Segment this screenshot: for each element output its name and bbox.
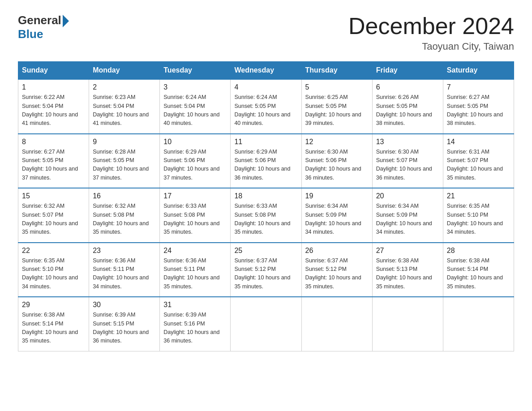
table-row: 29 Sunrise: 6:38 AMSunset: 5:14 PMDaylig… [18, 297, 89, 351]
day-number: 22 [22, 247, 85, 255]
day-info: Sunrise: 6:34 AMSunset: 5:09 PMDaylight:… [376, 202, 439, 237]
calendar-header-row: Sunday Monday Tuesday Wednesday Thursday… [18, 62, 514, 80]
table-row: 31 Sunrise: 6:39 AMSunset: 5:16 PMDaylig… [160, 297, 231, 351]
calendar-week-row: 1 Sunrise: 6:22 AMSunset: 5:04 PMDayligh… [18, 79, 514, 134]
table-row: 8 Sunrise: 6:27 AMSunset: 5:05 PMDayligh… [18, 134, 89, 188]
day-info: Sunrise: 6:37 AMSunset: 5:12 PMDaylight:… [234, 257, 297, 291]
table-row: 9 Sunrise: 6:28 AMSunset: 5:05 PMDayligh… [89, 134, 160, 188]
day-number: 5 [305, 83, 369, 91]
calendar-week-row: 22 Sunrise: 6:35 AMSunset: 5:10 PMDaylig… [18, 243, 514, 297]
day-info: Sunrise: 6:32 AMSunset: 5:08 PMDaylight:… [93, 202, 156, 237]
table-row: 30 Sunrise: 6:39 AMSunset: 5:15 PMDaylig… [89, 297, 160, 351]
table-row: 13 Sunrise: 6:30 AMSunset: 5:07 PMDaylig… [372, 134, 443, 188]
title-block: December 2024 Taoyuan City, Taiwan [348, 13, 514, 52]
table-row [231, 297, 301, 351]
table-row: 7 Sunrise: 6:27 AMSunset: 5:05 PMDayligh… [443, 79, 514, 134]
day-number: 30 [93, 301, 156, 309]
table-row: 6 Sunrise: 6:26 AMSunset: 5:05 PMDayligh… [372, 79, 443, 134]
table-row: 21 Sunrise: 6:35 AMSunset: 5:10 PMDaylig… [443, 188, 514, 243]
table-row: 16 Sunrise: 6:32 AMSunset: 5:08 PMDaylig… [89, 188, 160, 243]
day-number: 13 [376, 138, 439, 146]
day-number: 1 [22, 83, 85, 91]
col-header-friday: Friday [372, 62, 443, 80]
day-info: Sunrise: 6:24 AMSunset: 5:04 PMDaylight:… [163, 93, 227, 128]
day-info: Sunrise: 6:34 AMSunset: 5:09 PMDaylight:… [305, 202, 369, 237]
day-number: 25 [234, 247, 297, 255]
day-number: 29 [22, 301, 85, 309]
day-info: Sunrise: 6:33 AMSunset: 5:08 PMDaylight:… [234, 202, 297, 237]
day-info: Sunrise: 6:23 AMSunset: 5:04 PMDaylight:… [93, 93, 156, 128]
col-header-monday: Monday [89, 62, 160, 80]
day-number: 28 [447, 247, 510, 255]
day-info: Sunrise: 6:29 AMSunset: 5:06 PMDaylight:… [234, 148, 297, 183]
day-number: 3 [163, 83, 227, 91]
day-info: Sunrise: 6:29 AMSunset: 5:06 PMDaylight:… [163, 148, 227, 183]
calendar-week-row: 15 Sunrise: 6:32 AMSunset: 5:07 PMDaylig… [18, 188, 514, 243]
table-row [301, 297, 372, 351]
table-row: 14 Sunrise: 6:31 AMSunset: 5:07 PMDaylig… [443, 134, 514, 188]
table-row [372, 297, 443, 351]
table-row: 23 Sunrise: 6:36 AMSunset: 5:11 PMDaylig… [89, 243, 160, 297]
day-info: Sunrise: 6:38 AMSunset: 5:13 PMDaylight:… [376, 257, 439, 291]
day-number: 16 [93, 192, 156, 200]
day-number: 6 [376, 83, 439, 91]
day-number: 11 [234, 138, 297, 146]
day-number: 12 [305, 138, 369, 146]
day-number: 8 [22, 138, 85, 146]
logo-blue-text: Blue [18, 27, 43, 41]
day-info: Sunrise: 6:38 AMSunset: 5:14 PMDaylight:… [22, 311, 85, 346]
location-subtitle: Taoyuan City, Taiwan [348, 41, 514, 52]
day-number: 15 [22, 192, 85, 200]
month-title: December 2024 [348, 13, 514, 39]
table-row: 15 Sunrise: 6:32 AMSunset: 5:07 PMDaylig… [18, 188, 89, 243]
day-info: Sunrise: 6:39 AMSunset: 5:15 PMDaylight:… [93, 311, 156, 346]
table-row: 27 Sunrise: 6:38 AMSunset: 5:13 PMDaylig… [372, 243, 443, 297]
day-info: Sunrise: 6:25 AMSunset: 5:05 PMDaylight:… [305, 93, 369, 128]
day-info: Sunrise: 6:27 AMSunset: 5:05 PMDaylight:… [22, 148, 85, 183]
table-row: 1 Sunrise: 6:22 AMSunset: 5:04 PMDayligh… [18, 79, 89, 134]
calendar-table: Sunday Monday Tuesday Wednesday Thursday… [18, 61, 514, 351]
logo-general-text: General [18, 13, 61, 27]
day-info: Sunrise: 6:36 AMSunset: 5:11 PMDaylight:… [163, 257, 227, 291]
table-row: 2 Sunrise: 6:23 AMSunset: 5:04 PMDayligh… [89, 79, 160, 134]
day-number: 10 [163, 138, 227, 146]
day-number: 18 [234, 192, 297, 200]
table-row: 18 Sunrise: 6:33 AMSunset: 5:08 PMDaylig… [231, 188, 301, 243]
col-header-tuesday: Tuesday [160, 62, 231, 80]
table-row: 4 Sunrise: 6:24 AMSunset: 5:05 PMDayligh… [231, 79, 301, 134]
day-number: 21 [447, 192, 510, 200]
day-info: Sunrise: 6:38 AMSunset: 5:14 PMDaylight:… [447, 257, 510, 291]
day-info: Sunrise: 6:37 AMSunset: 5:12 PMDaylight:… [305, 257, 369, 291]
day-number: 2 [93, 83, 156, 91]
day-number: 4 [234, 83, 297, 91]
calendar-week-row: 8 Sunrise: 6:27 AMSunset: 5:05 PMDayligh… [18, 134, 514, 188]
table-row: 22 Sunrise: 6:35 AMSunset: 5:10 PMDaylig… [18, 243, 89, 297]
table-row: 10 Sunrise: 6:29 AMSunset: 5:06 PMDaylig… [160, 134, 231, 188]
day-number: 24 [163, 247, 227, 255]
col-header-saturday: Saturday [443, 62, 514, 80]
table-row: 11 Sunrise: 6:29 AMSunset: 5:06 PMDaylig… [231, 134, 301, 188]
table-row: 28 Sunrise: 6:38 AMSunset: 5:14 PMDaylig… [443, 243, 514, 297]
col-header-wednesday: Wednesday [231, 62, 301, 80]
day-info: Sunrise: 6:26 AMSunset: 5:05 PMDaylight:… [376, 93, 439, 128]
table-row: 3 Sunrise: 6:24 AMSunset: 5:04 PMDayligh… [160, 79, 231, 134]
day-number: 27 [376, 247, 439, 255]
day-number: 23 [93, 247, 156, 255]
day-info: Sunrise: 6:32 AMSunset: 5:07 PMDaylight:… [22, 202, 85, 237]
table-row: 17 Sunrise: 6:33 AMSunset: 5:08 PMDaylig… [160, 188, 231, 243]
day-info: Sunrise: 6:30 AMSunset: 5:06 PMDaylight:… [305, 148, 369, 183]
table-row: 26 Sunrise: 6:37 AMSunset: 5:12 PMDaylig… [301, 243, 372, 297]
day-info: Sunrise: 6:30 AMSunset: 5:07 PMDaylight:… [376, 148, 439, 183]
day-number: 20 [376, 192, 439, 200]
day-info: Sunrise: 6:39 AMSunset: 5:16 PMDaylight:… [163, 311, 227, 346]
day-number: 31 [163, 301, 227, 309]
day-info: Sunrise: 6:33 AMSunset: 5:08 PMDaylight:… [163, 202, 227, 237]
table-row: 12 Sunrise: 6:30 AMSunset: 5:06 PMDaylig… [301, 134, 372, 188]
day-number: 9 [93, 138, 156, 146]
day-number: 17 [163, 192, 227, 200]
day-number: 14 [447, 138, 510, 146]
logo: General Blue [18, 13, 69, 41]
table-row [443, 297, 514, 351]
table-row: 5 Sunrise: 6:25 AMSunset: 5:05 PMDayligh… [301, 79, 372, 134]
calendar-week-row: 29 Sunrise: 6:38 AMSunset: 5:14 PMDaylig… [18, 297, 514, 351]
